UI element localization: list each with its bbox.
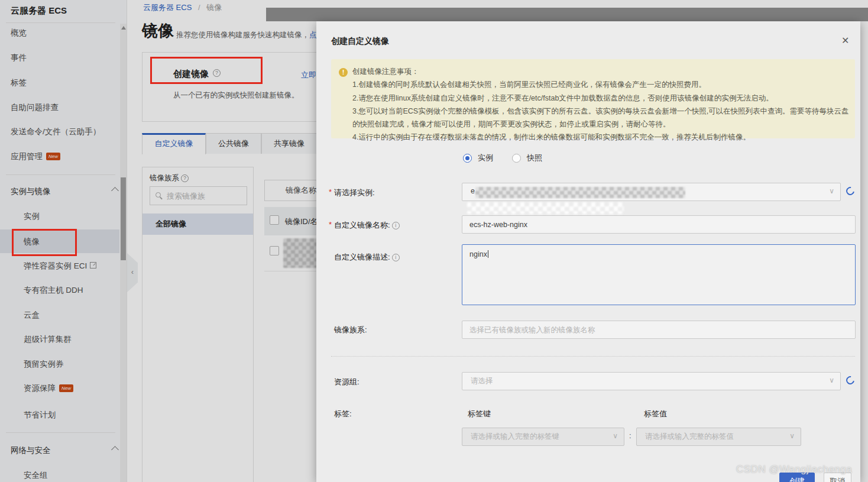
censored-instance-id	[475, 187, 685, 198]
notice-line: 3.您可以对当前ECS实例做个完整的镜像模板，包含该实例下的所有云盘。该实例的每…	[352, 105, 849, 131]
sidebar-item-eci[interactable]: 弹性容器实例 ECI	[24, 260, 96, 272]
sidebar-item-cloud-assistant[interactable]: 发送命令/文件（云助手）	[11, 126, 101, 138]
help-icon[interactable]: ?	[213, 69, 221, 77]
radio-instance-label[interactable]: 实例	[478, 153, 493, 163]
image-tabs: 自定义镜像 公共镜像 共享镜像	[142, 133, 331, 154]
tag-value-header: 标签值	[644, 409, 667, 419]
sidebar-item-security-groups[interactable]: 安全组	[24, 470, 48, 481]
tag-value-placeholder: 请选择或输入完整的标签值	[645, 432, 734, 442]
tab-public-images[interactable]: 公共镜像	[206, 133, 261, 154]
ecs-console-page: 云服务器 ECS 概览 事件 标签 自助问题排查 发送命令/文件（云助手） 应用…	[0, 0, 868, 482]
image-description-label: 自定义镜像描述:i	[334, 252, 400, 263]
chevron-down-icon: ∨	[789, 432, 795, 440]
image-family-input[interactable]	[462, 321, 856, 339]
radio-snapshot-label[interactable]: 快照	[527, 153, 542, 163]
refresh-icon[interactable]	[844, 185, 856, 196]
new-badge: New	[46, 153, 60, 160]
sidebar-item-ddh[interactable]: 专有宿主机 DDH	[24, 284, 83, 296]
image-description-value: nginx	[469, 250, 487, 258]
family-search-box	[150, 186, 247, 205]
sidebar-item-tags[interactable]: 标签	[11, 77, 27, 89]
breadcrumb-current: 镜像	[206, 3, 222, 12]
tag-key-placeholder: 请选择或输入完整的标签键	[471, 432, 559, 442]
cancel-button[interactable]: 取消	[824, 473, 851, 482]
sidebar-item-troubleshoot[interactable]: 自助问题排查	[11, 102, 59, 114]
row-checkbox[interactable]	[270, 246, 279, 255]
sidebar-scrollbar[interactable]	[120, 24, 127, 482]
tag-key-select[interactable]: 请选择或输入完整的标签键 ∨	[462, 428, 624, 446]
sidebar-item-overview[interactable]: 概览	[11, 27, 27, 39]
tag-key-header: 标签键	[468, 409, 491, 419]
collapse-left-icon: ‹	[131, 267, 134, 276]
divider	[6, 22, 115, 23]
create-image-card-title: 创建镜像	[173, 69, 209, 80]
sidebar-group-network-security[interactable]: 网络与安全	[11, 445, 117, 457]
required-asterisk: *	[329, 187, 332, 196]
refresh-icon[interactable]	[844, 374, 856, 386]
sidebar-item-app-management[interactable]: 应用管理New	[11, 151, 60, 163]
external-link-icon	[90, 262, 96, 269]
dotted-divider	[331, 356, 855, 357]
instance-select[interactable]: e ∨	[462, 183, 841, 201]
resource-group-label: 资源组:	[334, 377, 359, 387]
family-search-input[interactable]	[167, 187, 244, 204]
create-image-card: 创建镜像 ? 立即创建 从一个已有的实例或快照创建新镜像。	[142, 52, 331, 122]
sidebar-item-cloudbox[interactable]: 云盒	[24, 309, 40, 321]
tab-shared-images[interactable]: 共享镜像	[261, 133, 317, 154]
chevron-up-icon	[112, 445, 118, 450]
image-family-title: 镜像族系?	[150, 173, 189, 183]
notice-box: ! 创建镜像注意事项： 1.创建镜像的同时系统默认会创建相关快照，当前阿里云快照…	[331, 59, 855, 138]
resource-group-select[interactable]: 请选择 ∨	[462, 372, 841, 390]
chevron-down-icon: ∨	[829, 376, 834, 384]
sidebar-item-resource-assurance[interactable]: 资源保障New	[24, 383, 73, 394]
new-badge: New	[59, 384, 73, 392]
sidebar-item-instances[interactable]: 实例	[24, 211, 40, 222]
create-image-card-description: 从一个已有的实例或快照创建新镜像。	[173, 90, 299, 101]
divider	[6, 174, 115, 175]
chevron-down-icon: ∨	[613, 432, 618, 440]
help-icon[interactable]: ?	[181, 174, 189, 182]
image-family-label: 镜像族系:	[334, 325, 367, 335]
censored-image-name	[283, 238, 318, 268]
sidebar-item-images[interactable]: 镜像	[24, 236, 40, 248]
sidebar-group-instances-images[interactable]: 实例与镜像	[11, 186, 117, 198]
sidebar-item-events[interactable]: 事件	[11, 52, 27, 64]
create-custom-image-dialog: 创建自定义镜像 ✕ ! 创建镜像注意事项： 1.创建镜像的同时系统默认会创建相关…	[316, 21, 860, 482]
divider	[6, 432, 115, 433]
required-asterisk: *	[329, 220, 332, 229]
radio-instance[interactable]	[463, 154, 472, 163]
sidebar-item-reserved-instances[interactable]: 预留实例券	[24, 358, 64, 370]
info-icon[interactable]: i	[392, 254, 400, 261]
notice-title: 创建镜像注意事项：	[352, 65, 849, 78]
sidebar-item-supercomputing[interactable]: 超级计算集群	[24, 334, 72, 345]
resource-group-placeholder: 请选择	[471, 376, 493, 386]
image-name-input[interactable]	[462, 215, 856, 234]
search-icon	[156, 192, 161, 198]
all-images-item[interactable]: 全部镜像	[142, 213, 253, 235]
image-description-textarea[interactable]: nginx	[462, 244, 856, 305]
create-button[interactable]: 创建	[779, 473, 815, 482]
breadcrumb-separator: /	[198, 3, 200, 12]
tab-custom-images[interactable]: 自定义镜像	[142, 133, 206, 154]
image-name-label: 自定义镜像名称:i	[334, 220, 400, 231]
radio-snapshot[interactable]	[512, 154, 521, 163]
scroll-up-arrow-icon[interactable]	[121, 26, 126, 30]
censored-instance-id-overflow	[467, 202, 624, 214]
top-dark-band	[266, 8, 868, 21]
notice-line: 1.创建镜像的同时系统默认会创建相关快照，当前阿里云快照已经商业化，保有镜像会产…	[352, 78, 849, 91]
tag-value-select[interactable]: 请选择或输入完整的标签值 ∨	[636, 428, 801, 446]
tag-label: 标签:	[334, 409, 352, 419]
sidebar-collapse-handle[interactable]: ‹	[127, 253, 138, 292]
sidebar: 云服务器 ECS 概览 事件 标签 自助问题排查 发送命令/文件（云助手） 应用…	[0, 0, 127, 482]
instance-select-value: e	[471, 187, 475, 195]
breadcrumb-root-link[interactable]: 云服务器 ECS	[143, 3, 192, 12]
image-family-panel: 镜像族系? 全部镜像	[142, 167, 254, 482]
source-radio-group: 实例 快照	[463, 153, 555, 163]
scrollbar-thumb[interactable]	[121, 177, 126, 260]
info-icon[interactable]: i	[392, 222, 400, 229]
close-icon[interactable]: ✕	[841, 35, 849, 46]
select-all-checkbox[interactable]	[270, 215, 279, 225]
warning-icon: !	[339, 68, 348, 77]
sidebar-item-savings-plan[interactable]: 节省计划	[24, 409, 56, 421]
page-subtitle: 推荐您使用镜像构建服务快速构建镜像，点击查看	[176, 30, 325, 40]
